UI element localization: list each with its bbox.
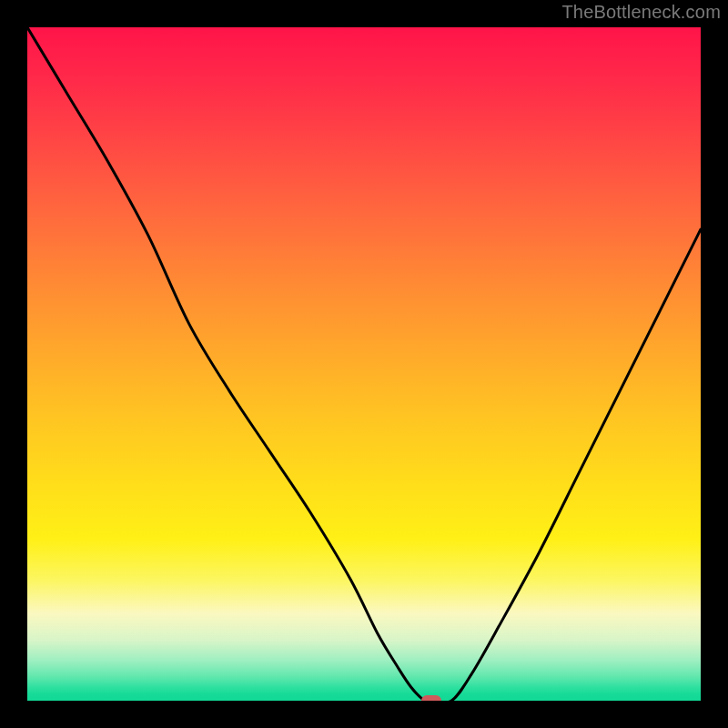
optimal-marker-icon	[421, 695, 441, 701]
chart-frame: TheBottleneck.com	[0, 0, 728, 728]
curve-path	[27, 27, 701, 701]
watermark-text: TheBottleneck.com	[561, 2, 721, 23]
plot-area	[27, 27, 701, 701]
bottleneck-curve	[27, 27, 701, 701]
